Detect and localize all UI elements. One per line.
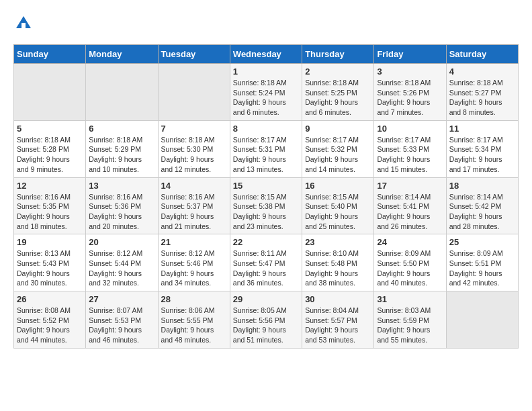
day-number: 12 <box>17 181 83 191</box>
day-number: 24 <box>377 237 443 247</box>
calendar-cell: 20Sunrise: 8:12 AMSunset: 5:44 PMDayligh… <box>86 234 158 291</box>
day-number: 17 <box>377 181 443 191</box>
day-number: 1 <box>233 66 299 77</box>
day-info: Sunrise: 8:14 AMSunset: 5:42 PMDaylight:… <box>449 192 515 232</box>
day-number: 25 <box>449 237 515 247</box>
day-info: Sunrise: 8:18 AMSunset: 5:25 PMDaylight:… <box>305 78 371 118</box>
day-info: Sunrise: 8:08 AMSunset: 5:52 PMDaylight:… <box>17 306 83 345</box>
weekday-header-wednesday: Wednesday <box>230 45 302 64</box>
calendar-cell: 29Sunrise: 8:05 AMSunset: 5:56 PMDayligh… <box>230 291 302 349</box>
day-info: Sunrise: 8:12 AMSunset: 5:46 PMDaylight:… <box>161 248 227 288</box>
calendar-week-row: 19Sunrise: 8:13 AMSunset: 5:43 PMDayligh… <box>14 234 519 291</box>
calendar-cell: 10Sunrise: 8:17 AMSunset: 5:33 PMDayligh… <box>374 120 446 177</box>
day-info: Sunrise: 8:15 AMSunset: 5:40 PMDaylight:… <box>305 192 371 232</box>
calendar-cell: 13Sunrise: 8:16 AMSunset: 5:36 PMDayligh… <box>86 177 158 234</box>
calendar-cell: 6Sunrise: 8:18 AMSunset: 5:29 PMDaylight… <box>86 120 158 177</box>
day-info: Sunrise: 8:16 AMSunset: 5:37 PMDaylight:… <box>161 192 227 232</box>
day-info: Sunrise: 8:07 AMSunset: 5:53 PMDaylight:… <box>89 306 154 345</box>
day-info: Sunrise: 8:16 AMSunset: 5:36 PMDaylight:… <box>89 192 154 232</box>
day-info: Sunrise: 8:18 AMSunset: 5:26 PMDaylight:… <box>377 78 443 118</box>
day-info: Sunrise: 8:12 AMSunset: 5:44 PMDaylight:… <box>89 248 154 288</box>
day-number: 7 <box>161 124 227 134</box>
calendar-cell: 18Sunrise: 8:14 AMSunset: 5:42 PMDayligh… <box>446 177 518 234</box>
day-info: Sunrise: 8:16 AMSunset: 5:35 PMDaylight:… <box>17 192 83 232</box>
weekday-header-monday: Monday <box>86 45 158 64</box>
day-info: Sunrise: 8:14 AMSunset: 5:41 PMDaylight:… <box>377 192 443 232</box>
day-number: 9 <box>305 124 371 134</box>
day-number: 11 <box>449 124 515 134</box>
day-number: 15 <box>233 181 299 191</box>
calendar-cell: 14Sunrise: 8:16 AMSunset: 5:37 PMDayligh… <box>158 177 230 234</box>
calendar-cell: 7Sunrise: 8:18 AMSunset: 5:30 PMDaylight… <box>158 120 230 177</box>
day-number: 18 <box>449 181 515 191</box>
calendar-cell: 16Sunrise: 8:15 AMSunset: 5:40 PMDayligh… <box>302 177 374 234</box>
day-number: 20 <box>89 237 154 247</box>
day-number: 10 <box>377 124 443 134</box>
day-number: 29 <box>233 294 299 304</box>
calendar-cell: 3Sunrise: 8:18 AMSunset: 5:26 PMDaylight… <box>374 64 446 121</box>
calendar-cell: 1Sunrise: 8:18 AMSunset: 5:24 PMDaylight… <box>230 64 302 121</box>
calendar-cell: 11Sunrise: 8:17 AMSunset: 5:34 PMDayligh… <box>446 120 518 177</box>
day-number: 30 <box>305 294 371 304</box>
calendar-cell: 2Sunrise: 8:18 AMSunset: 5:25 PMDaylight… <box>302 64 374 121</box>
calendar-cell: 26Sunrise: 8:08 AMSunset: 5:52 PMDayligh… <box>14 291 86 349</box>
day-number: 26 <box>17 294 83 304</box>
calendar-cell: 30Sunrise: 8:04 AMSunset: 5:57 PMDayligh… <box>302 291 374 349</box>
day-info: Sunrise: 8:13 AMSunset: 5:43 PMDaylight:… <box>17 248 83 288</box>
weekday-header-saturday: Saturday <box>446 45 518 64</box>
day-info: Sunrise: 8:18 AMSunset: 5:28 PMDaylight:… <box>17 135 83 175</box>
calendar-cell: 24Sunrise: 8:09 AMSunset: 5:50 PMDayligh… <box>374 234 446 291</box>
day-info: Sunrise: 8:11 AMSunset: 5:47 PMDaylight:… <box>233 248 299 288</box>
day-info: Sunrise: 8:05 AMSunset: 5:56 PMDaylight:… <box>233 306 299 345</box>
calendar-cell: 31Sunrise: 8:03 AMSunset: 5:59 PMDayligh… <box>374 291 446 349</box>
calendar-cell: 15Sunrise: 8:15 AMSunset: 5:38 PMDayligh… <box>230 177 302 234</box>
calendar-week-row: 5Sunrise: 8:18 AMSunset: 5:28 PMDaylight… <box>14 120 519 177</box>
day-info: Sunrise: 8:10 AMSunset: 5:48 PMDaylight:… <box>305 248 371 288</box>
calendar-cell: 5Sunrise: 8:18 AMSunset: 5:28 PMDaylight… <box>14 120 86 177</box>
logo-icon <box>13 13 34 34</box>
calendar-cell: 28Sunrise: 8:06 AMSunset: 5:55 PMDayligh… <box>158 291 230 349</box>
weekday-header-row: SundayMondayTuesdayWednesdayThursdayFrid… <box>14 45 519 64</box>
day-info: Sunrise: 8:18 AMSunset: 5:30 PMDaylight:… <box>161 135 227 175</box>
calendar-cell: 19Sunrise: 8:13 AMSunset: 5:43 PMDayligh… <box>14 234 86 291</box>
day-number: 28 <box>161 294 227 304</box>
calendar-week-row: 1Sunrise: 8:18 AMSunset: 5:24 PMDaylight… <box>14 64 519 121</box>
calendar-cell: 8Sunrise: 8:17 AMSunset: 5:31 PMDaylight… <box>230 120 302 177</box>
day-number: 23 <box>305 237 371 247</box>
svg-rect-1 <box>21 23 26 28</box>
day-info: Sunrise: 8:09 AMSunset: 5:50 PMDaylight:… <box>377 248 443 288</box>
day-info: Sunrise: 8:17 AMSunset: 5:31 PMDaylight:… <box>233 135 299 175</box>
calendar-cell: 17Sunrise: 8:14 AMSunset: 5:41 PMDayligh… <box>374 177 446 234</box>
day-info: Sunrise: 8:17 AMSunset: 5:33 PMDaylight:… <box>377 135 443 175</box>
day-number: 31 <box>377 294 443 304</box>
day-number: 21 <box>161 237 227 247</box>
day-number: 19 <box>17 237 83 247</box>
calendar-table: SundayMondayTuesdayWednesdayThursdayFrid… <box>13 44 519 349</box>
day-number: 16 <box>305 181 371 191</box>
day-number: 22 <box>233 237 299 247</box>
day-number: 5 <box>17 124 83 134</box>
day-number: 27 <box>89 294 154 304</box>
calendar-cell: 21Sunrise: 8:12 AMSunset: 5:46 PMDayligh… <box>158 234 230 291</box>
calendar-cell: 27Sunrise: 8:07 AMSunset: 5:53 PMDayligh… <box>86 291 158 349</box>
day-info: Sunrise: 8:18 AMSunset: 5:29 PMDaylight:… <box>89 135 154 175</box>
weekday-header-thursday: Thursday <box>302 45 374 64</box>
logo <box>13 13 36 34</box>
day-info: Sunrise: 8:18 AMSunset: 5:27 PMDaylight:… <box>449 78 515 118</box>
day-number: 2 <box>305 66 371 77</box>
calendar-cell <box>14 64 86 121</box>
weekday-header-friday: Friday <box>374 45 446 64</box>
calendar-cell: 23Sunrise: 8:10 AMSunset: 5:48 PMDayligh… <box>302 234 374 291</box>
calendar-cell: 22Sunrise: 8:11 AMSunset: 5:47 PMDayligh… <box>230 234 302 291</box>
page-header <box>13 13 519 34</box>
day-number: 13 <box>89 181 154 191</box>
day-info: Sunrise: 8:15 AMSunset: 5:38 PMDaylight:… <box>233 192 299 232</box>
calendar-cell: 9Sunrise: 8:17 AMSunset: 5:32 PMDaylight… <box>302 120 374 177</box>
calendar-cell <box>86 64 158 121</box>
calendar-cell <box>446 291 518 349</box>
weekday-header-tuesday: Tuesday <box>158 45 230 64</box>
day-number: 3 <box>377 66 443 77</box>
calendar-cell: 25Sunrise: 8:09 AMSunset: 5:51 PMDayligh… <box>446 234 518 291</box>
day-info: Sunrise: 8:17 AMSunset: 5:32 PMDaylight:… <box>305 135 371 175</box>
day-info: Sunrise: 8:03 AMSunset: 5:59 PMDaylight:… <box>377 306 443 345</box>
